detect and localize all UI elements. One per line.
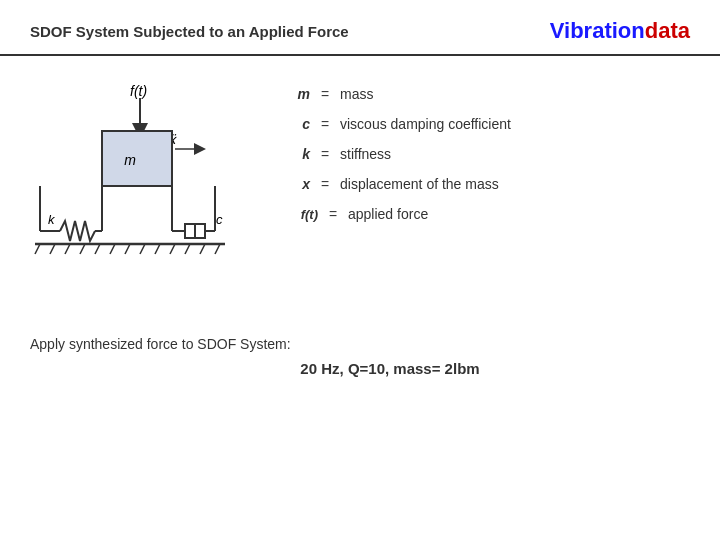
sdof-diagram: f(t) ẍ m: [30, 76, 260, 306]
svg-line-22: [80, 244, 85, 254]
sdof-svg: f(t) ẍ m: [30, 76, 250, 296]
def-eq-m: =: [310, 86, 340, 102]
svg-line-30: [200, 244, 205, 254]
def-row-k: k = stiffness: [280, 146, 690, 162]
def-desc-k: stiffness: [340, 146, 690, 162]
footer-apply-text: Apply synthesized force to SDOF System:: [30, 336, 690, 352]
def-desc-m: mass: [340, 86, 690, 102]
def-row-c: c = viscous damping coefficient: [280, 116, 690, 132]
brand-vibration: Vibration: [550, 18, 645, 43]
svg-line-20: [50, 244, 55, 254]
def-var-k: k: [280, 146, 310, 162]
svg-line-23: [95, 244, 100, 254]
def-eq-k: =: [310, 146, 340, 162]
header: SDOF System Subjected to an Applied Forc…: [0, 0, 720, 56]
def-desc-ft: applied force: [348, 206, 690, 222]
svg-line-27: [155, 244, 160, 254]
footer-params-text: 20 Hz, Q=10, mass= 2lbm: [90, 360, 690, 377]
def-row-ft: f(t) = applied force: [280, 206, 690, 222]
svg-text:k: k: [48, 212, 56, 227]
def-eq-x: =: [310, 176, 340, 192]
svg-line-29: [185, 244, 190, 254]
brand-logo: Vibrationdata: [550, 18, 690, 44]
svg-line-21: [65, 244, 70, 254]
def-desc-x: displacement of the mass: [340, 176, 690, 192]
brand-data: data: [645, 18, 690, 43]
svg-line-25: [125, 244, 130, 254]
svg-rect-4: [102, 131, 172, 186]
svg-line-19: [35, 244, 40, 254]
svg-text:f(t): f(t): [130, 83, 147, 99]
definitions-area: m = mass c = viscous damping coefficient…: [280, 76, 690, 306]
def-var-x: x: [280, 176, 310, 192]
def-eq-ft: =: [318, 206, 348, 222]
svg-line-28: [170, 244, 175, 254]
main-content: f(t) ẍ m: [0, 56, 720, 316]
svg-text:m: m: [124, 152, 136, 168]
def-var-m: m: [280, 86, 310, 102]
def-row-x: x = displacement of the mass: [280, 176, 690, 192]
footer-section: Apply synthesized force to SDOF System: …: [0, 316, 720, 387]
svg-line-31: [215, 244, 220, 254]
def-eq-c: =: [310, 116, 340, 132]
def-var-c: c: [280, 116, 310, 132]
svg-line-24: [110, 244, 115, 254]
svg-line-26: [140, 244, 145, 254]
svg-text:c: c: [216, 212, 223, 227]
def-row-m: m = mass: [280, 86, 690, 102]
def-var-ft: f(t): [280, 207, 318, 222]
def-desc-c: viscous damping coefficient: [340, 116, 690, 132]
page-title: SDOF System Subjected to an Applied Forc…: [30, 23, 349, 40]
